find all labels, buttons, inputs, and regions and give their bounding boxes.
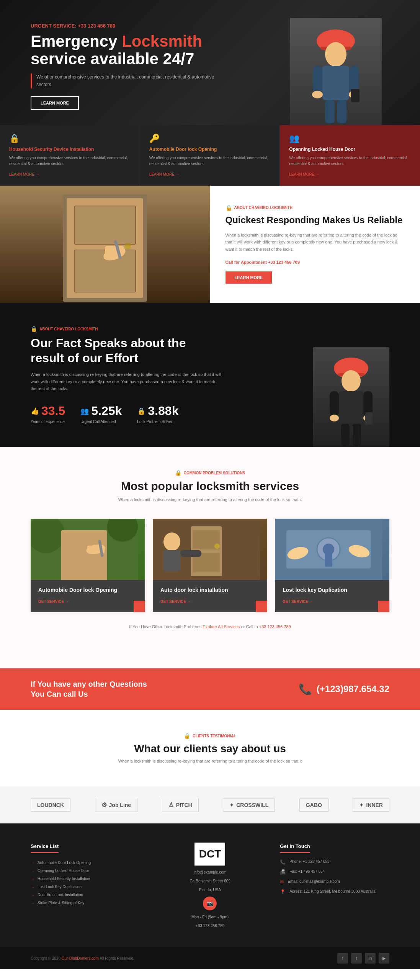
arrow-icon: → — [31, 869, 34, 873]
popular-description: When a locksmith is discussing re-keying… — [31, 497, 389, 503]
contact-email-icon: ✉ — [280, 879, 284, 885]
contact-address-icon: 📍 — [280, 889, 286, 895]
footer-service-item-1[interactable]: →Automobile Door Lock Opening — [31, 859, 140, 867]
partner-jobline[interactable]: ⚙ Job Line — [95, 798, 138, 812]
contact-address-text: Adress: 121 King Street, Melbourne 3000 … — [289, 889, 376, 894]
service-link-auto-door[interactable]: GET SERVICE → — [160, 599, 191, 604]
learn-more-button[interactable]: LEARN MORE — [31, 96, 79, 110]
contact-address: 📍 Adress: 121 King Street, Melbourne 300… — [280, 889, 389, 895]
svg-point-26 — [330, 415, 339, 421]
svg-rect-13 — [74, 206, 136, 244]
footer-address1: Gr. Benjamin Street 609 — [190, 879, 230, 883]
service-link-automobile[interactable]: GET SERVICE → — [38, 599, 69, 604]
popular-section: 🔒 COMMON PROBLEM SOLUTIONS Most popular … — [0, 447, 420, 668]
stat-calls: 👥 5.25k Urgent Call Attended — [80, 404, 122, 424]
site-link[interactable]: Our-DlobDomers.com — [62, 956, 99, 960]
testimonial-title: What our clients say about us — [31, 743, 389, 755]
stat-locks-number: 3.88k — [148, 404, 178, 418]
footer-service-item-4[interactable]: →Lost Lock Key Duplication — [31, 883, 140, 891]
service-link-lost-key[interactable]: GET SERVICE → — [283, 599, 313, 604]
facts-section: 🔒 ABOUT CHAVEIRO LOCKSMITH Our Fact Spea… — [0, 303, 420, 447]
service-title-auto-door: Auto door lock installation — [160, 587, 260, 593]
youtube-button[interactable]: ▶ — [379, 953, 389, 964]
svg-point-43 — [163, 532, 180, 551]
strip-household-link[interactable]: LEARN MORE → — [9, 172, 39, 176]
service-img-lost-key — [275, 519, 389, 580]
facts-worker-image — [313, 347, 389, 447]
contact-email-text: Email: our-mail@example.com — [288, 879, 340, 884]
strip-locked-door-link[interactable]: LEARN MORE → — [289, 172, 319, 176]
footer-service-item-3[interactable]: →Household Security Installation — [31, 875, 140, 883]
popular-title: Most popular locksmith services — [31, 480, 389, 493]
facts-description: When a locksmith is discussing re-keying… — [31, 371, 222, 392]
partner-pitch[interactable]: ♙ PITCH — [162, 798, 199, 812]
svg-rect-10 — [337, 100, 346, 123]
service-strips-section: 🔒 Household Security Device Installation… — [0, 125, 420, 186]
strip-locked-door-title: Openning Locked House Door — [289, 147, 411, 152]
strip-locked-door: 👥 Openning Locked House Door We offering… — [280, 125, 420, 186]
service-img-auto-door — [153, 519, 267, 580]
stat-experience: 👍 33.5 Years of Experience — [31, 404, 65, 424]
stats-row: 👍 33.5 Years of Experience 👥 5.25k Urgen… — [31, 404, 222, 424]
partner-loudnck[interactable]: LOUDNCK — [31, 799, 70, 812]
partner-crosswill[interactable]: ✦ CROSSWILL — [223, 799, 275, 812]
service-card-body-lost-key: Lost lock key Duplication GET SERVICE → — [275, 580, 389, 612]
strip-household-desc: We offering you comprehensive services t… — [9, 155, 131, 167]
cta-section: If You have any other Questions You Can … — [0, 668, 420, 710]
partner-inner[interactable]: ✦ INNER — [353, 799, 389, 812]
svg-point-6 — [312, 91, 323, 98]
service-img-automobile — [31, 519, 145, 580]
urgent-phone: +33 123 456 789 — [78, 23, 115, 29]
about-lock-icon: 🔒 — [226, 205, 232, 211]
hero-title-emergency: Emergency — [31, 32, 117, 50]
strip-automobile: 🔑 Automobile Door lock Opening We offeri… — [140, 125, 280, 186]
svg-rect-23 — [339, 391, 363, 424]
stat-experience-label: Years of Experience — [31, 420, 65, 424]
contact-phone: 📞 Phone: +1 323 457 653 — [280, 859, 389, 865]
footer-service-item-2[interactable]: →Openning Locked House Door — [31, 867, 140, 875]
about-learn-more-button[interactable]: LEARN MORE — [226, 271, 272, 284]
about-content: 🔒 ABOUT CHAVEIRO LOCKSMITH Quickest Resp… — [210, 186, 420, 303]
hero-description: We offer comprehensive services to the i… — [31, 74, 214, 88]
footer-service-item-5[interactable]: →Door Auto Lock Installation — [31, 891, 140, 899]
footer-contact: Get in Touch 📞 Phone: +1 323 457 653 📠 F… — [280, 843, 389, 928]
social-links: f t in ▶ — [337, 953, 389, 964]
partner-gabo[interactable]: GABO — [299, 799, 328, 812]
automobile-icon: 🔑 — [149, 134, 271, 144]
service-card-lost-key: Lost lock key Duplication GET SERVICE → — [275, 519, 389, 612]
svg-point-22 — [342, 370, 361, 392]
contact-fax-text: Fax: +1 496 457 654 — [289, 869, 325, 874]
footer-top: Service List →Automobile Door Lock Openi… — [0, 823, 420, 947]
red-corner-1 — [134, 601, 145, 612]
footer-service-heading: Service List — [31, 843, 59, 853]
locked-door-icon: 👥 — [289, 134, 411, 144]
cta-phone[interactable]: 📞 (+123)987.654.32 — [299, 683, 389, 696]
other-services-note: If You Have Other Locksmith Problems Exp… — [31, 624, 389, 630]
hero-title-locksmith: Locksmith — [122, 32, 202, 50]
red-corner-2 — [256, 601, 267, 612]
footer-address2: Florida, USA — [199, 888, 221, 892]
facebook-button[interactable]: f — [337, 953, 348, 964]
facts-tag: 🔒 ABOUT CHAVEIRO LOCKSMITH — [31, 326, 222, 332]
facts-title: Our Fact Speaks about the result of our … — [31, 336, 222, 365]
copyright-text: Copyright © 2020 Our-DlobDomers.com All … — [31, 956, 134, 960]
svg-rect-34 — [61, 530, 107, 580]
call-phone-link[interactable]: +33 123 456 789 — [259, 624, 291, 629]
linkedin-button[interactable]: in — [365, 953, 376, 964]
svg-rect-29 — [341, 424, 350, 446]
strip-automobile-desc: We offering you comprehensive services t… — [149, 155, 271, 167]
contact-fax: 📠 Fax: +1 496 457 654 — [280, 869, 389, 875]
svg-rect-45 — [180, 550, 201, 557]
stat-calls-number: 5.25k — [91, 404, 122, 418]
footer-instagram-button[interactable]: 📷 — [203, 897, 217, 910]
contact-email: ✉ Email: our-mail@example.com — [280, 879, 389, 885]
strip-automobile-link[interactable]: LEARN MORE → — [149, 172, 180, 176]
explore-all-link[interactable]: Explore All Services — [203, 624, 240, 629]
stat-calls-label: Urgent Call Attended — [80, 420, 122, 424]
thumbs-up-icon: 👍 — [31, 407, 39, 415]
service-card-automobile: Automobile Door lock Opening GET SERVICE… — [31, 519, 145, 612]
svg-rect-18 — [105, 246, 124, 256]
footer-service-item-6[interactable]: →Strike Plate & Sitting of Key — [31, 899, 140, 907]
service-card-body-auto-door: Auto door lock installation GET SERVICE … — [153, 580, 267, 612]
twitter-button[interactable]: t — [351, 953, 362, 964]
